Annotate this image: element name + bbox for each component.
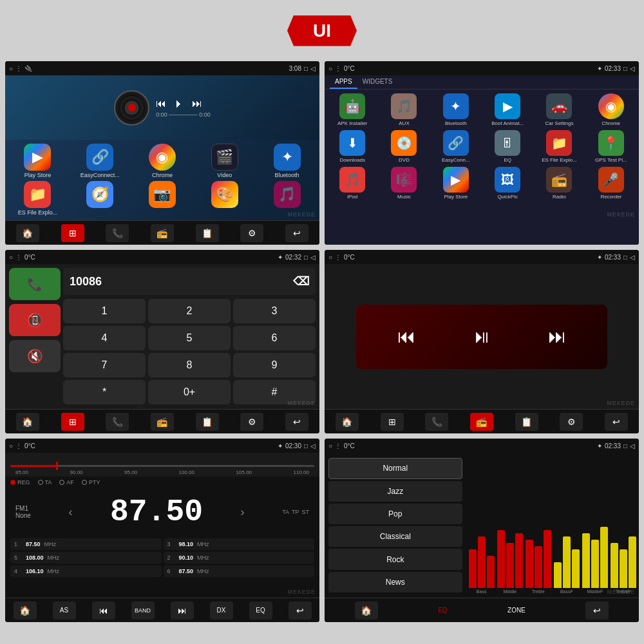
next-freq-button[interactable]: ›: [241, 506, 245, 519]
s4-nav-settings[interactable]: ⚙: [560, 413, 583, 431]
prev-freq-button[interactable]: ‹: [68, 506, 72, 519]
s3-nav-apps[interactable]: ⊞: [61, 413, 84, 431]
drawer-easyconn[interactable]: 🔗 EasyConn...: [432, 130, 480, 163]
s6-nav-zone[interactable]: ZONE: [507, 607, 526, 614]
app-camera[interactable]: 📷: [133, 181, 193, 216]
key-0[interactable]: 0+: [148, 380, 231, 404]
nav-notes[interactable]: 📋: [196, 224, 219, 242]
s5-nav-next[interactable]: ⏭: [171, 601, 194, 620]
drawer-playstore[interactable]: ▶ Play Store: [432, 167, 480, 200]
key-8[interactable]: 8: [148, 353, 231, 377]
app-video[interactable]: 🎬 Video: [194, 144, 254, 178]
drawer-downloads[interactable]: ⬇ Downloads: [328, 130, 376, 163]
s4-nav-home[interactable]: 🏠: [336, 413, 359, 431]
key-5[interactable]: 5: [148, 326, 231, 350]
drawer-apk[interactable]: 🤖 APK Installer: [328, 93, 376, 126]
s6-nav-home[interactable]: 🏠: [355, 601, 378, 620]
drawer-music[interactable]: 🎼 Music: [380, 167, 428, 200]
fm-opt-reg[interactable]: REG: [10, 479, 30, 486]
s3-nav-back[interactable]: ↩: [285, 413, 308, 431]
s3-nav-notes[interactable]: 📋: [196, 413, 219, 431]
next-track-button[interactable]: ⏭: [548, 326, 566, 347]
fm-opt-pty[interactable]: PTY: [82, 479, 100, 486]
key-4[interactable]: 4: [63, 326, 146, 350]
drawer-quickpic[interactable]: 🖼 QuickPic: [484, 167, 531, 200]
fm-opt-ta[interactable]: TA: [38, 479, 52, 486]
drawer-eq[interactable]: 🎚 EQ: [484, 130, 531, 163]
next-icon[interactable]: ⏭: [192, 98, 202, 109]
key-9[interactable]: 9: [233, 353, 316, 377]
nav-phone[interactable]: 📞: [106, 224, 129, 242]
s4-nav-phone[interactable]: 📞: [425, 413, 448, 431]
backspace-icon[interactable]: ⌫: [293, 274, 309, 289]
preset-1[interactable]: 1 87.50 MHz: [10, 538, 162, 550]
play-icon[interactable]: ⏵: [174, 98, 184, 109]
s3-nav-radio[interactable]: 📻: [151, 413, 174, 431]
drawer-bluetooth[interactable]: ✦ Bluetooth: [432, 93, 480, 126]
key-6[interactable]: 6: [233, 326, 316, 350]
preset-pop[interactable]: Pop: [328, 504, 462, 524]
nav-back[interactable]: ↩: [285, 224, 308, 242]
preset-6[interactable]: 6 87.50 MHz: [164, 565, 315, 577]
s6-nav-back[interactable]: ↩: [585, 601, 609, 620]
drawer-carsettings[interactable]: 🚗 Car Settings: [535, 93, 583, 126]
play-pause-button[interactable]: ⏯: [473, 326, 491, 347]
preset-classical[interactable]: Classical: [328, 526, 462, 547]
s3-nav-settings[interactable]: ⚙: [240, 413, 263, 431]
nav-settings[interactable]: ⚙: [240, 224, 263, 242]
s4-nav-radio[interactable]: 📻: [470, 413, 493, 431]
preset-3[interactable]: 3 98.10 MHz: [164, 538, 315, 550]
tab-apps[interactable]: APPS: [330, 75, 357, 89]
s3-nav-phone[interactable]: 📞: [106, 413, 129, 431]
s6-nav-eq[interactable]: EQ: [438, 607, 447, 614]
app-chrome[interactable]: ◉ Chrome: [133, 144, 193, 178]
s5-nav-as[interactable]: AS: [53, 601, 76, 620]
app-esfile[interactable]: 📁 ES File Explo...: [8, 181, 68, 216]
s4-nav-back[interactable]: ↩: [605, 413, 628, 431]
key-2[interactable]: 2: [148, 299, 231, 323]
fm-opt-af[interactable]: AF: [59, 479, 74, 486]
app-gallery[interactable]: 🎨: [194, 181, 254, 216]
app-bluetooth[interactable]: ✦ Bluetooth: [257, 144, 317, 178]
nav-home[interactable]: 🏠: [16, 224, 39, 242]
preset-4[interactable]: 4 106.10 MHz: [10, 565, 162, 577]
s5-nav-dx[interactable]: DX: [210, 601, 233, 620]
drawer-chrome[interactable]: ◉ Chrome: [587, 93, 635, 126]
hangup-button[interactable]: 📵: [9, 304, 61, 336]
drawer-ipod[interactable]: 🎵 iPod: [328, 167, 376, 200]
preset-rock[interactable]: Rock: [328, 549, 462, 569]
s5-nav-home[interactable]: 🏠: [14, 601, 37, 620]
drawer-gps[interactable]: 📍 GPS Test Pl...: [587, 130, 635, 163]
mute-button[interactable]: 🔇: [9, 340, 61, 372]
key-1[interactable]: 1: [63, 299, 146, 323]
prev-track-button[interactable]: ⏮: [397, 326, 415, 347]
s4-nav-notes[interactable]: 📋: [515, 413, 538, 431]
prev-icon[interactable]: ⏮: [156, 98, 166, 109]
s5-nav-back[interactable]: ↩: [289, 601, 312, 620]
drawer-radio[interactable]: 📻 Radio: [535, 167, 583, 200]
app-easyconnect[interactable]: 🔗 EasyConnect...: [70, 144, 130, 178]
key-star[interactable]: *: [63, 380, 146, 404]
drawer-dvd[interactable]: 💿 DVD: [380, 130, 428, 163]
preset-2[interactable]: 2 90.10 MHz: [164, 552, 315, 564]
app-music[interactable]: 🎵: [257, 181, 317, 216]
nav-radio[interactable]: 📻: [151, 224, 174, 242]
tab-widgets[interactable]: WIDGETS: [357, 75, 398, 89]
preset-normal[interactable]: Normal: [328, 458, 462, 479]
app-maps[interactable]: 🧭: [70, 181, 130, 216]
s5-nav-band[interactable]: BAND: [131, 601, 155, 620]
s4-nav-apps[interactable]: ⊞: [381, 413, 404, 431]
preset-news[interactable]: News: [328, 572, 462, 592]
drawer-recorder[interactable]: 🎤 Recorder: [587, 167, 635, 200]
drawer-aux[interactable]: 🎵 AUX: [380, 93, 428, 126]
nav-apps[interactable]: ⊞: [61, 224, 84, 242]
call-button[interactable]: 📞: [9, 268, 61, 300]
preset-jazz[interactable]: Jazz: [328, 481, 462, 502]
s3-nav-home[interactable]: 🏠: [16, 413, 39, 431]
drawer-esfile[interactable]: 📁 ES File Explo...: [535, 130, 583, 163]
drawer-bootanim[interactable]: ▶ Boot Animat...: [484, 93, 531, 126]
key-3[interactable]: 3: [233, 299, 316, 323]
s5-nav-eq[interactable]: EQ: [249, 601, 272, 620]
key-7[interactable]: 7: [63, 353, 146, 377]
s5-nav-prev[interactable]: ⏮: [92, 601, 115, 620]
